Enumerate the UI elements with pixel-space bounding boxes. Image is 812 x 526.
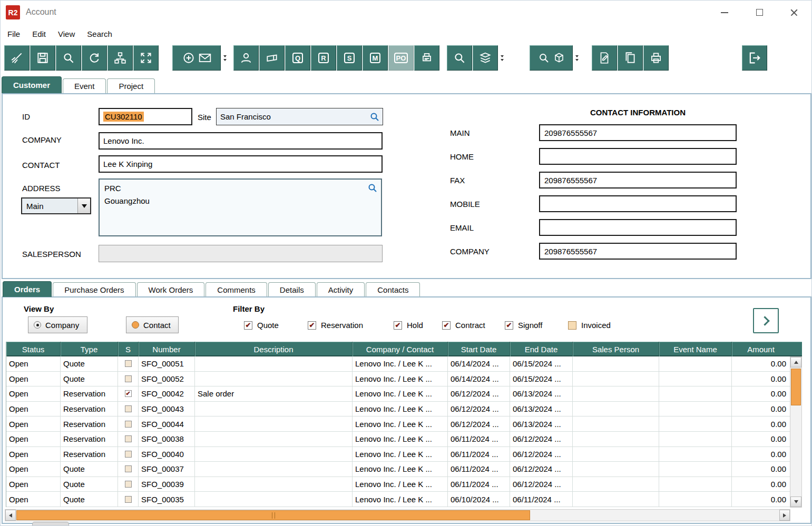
- hierarchy-button[interactable]: [107, 45, 133, 71]
- row-select-checkbox[interactable]: [125, 496, 132, 503]
- column-header-sales_person[interactable]: Sales Person: [573, 342, 659, 356]
- company-radio[interactable]: [34, 321, 41, 329]
- row-select-checkbox[interactable]: [125, 421, 132, 428]
- tab-purchase-orders[interactable]: Purchase Orders: [53, 282, 135, 297]
- site-search-icon[interactable]: [370, 112, 379, 122]
- row-select-checkbox[interactable]: ✔: [125, 390, 132, 397]
- find-order-button[interactable]: [447, 45, 472, 71]
- signoff-button[interactable]: S: [337, 45, 362, 71]
- row-select-checkbox[interactable]: [125, 375, 132, 382]
- dropdown-button[interactable]: [77, 199, 90, 213]
- filter-invoiced[interactable]: Invoiced: [568, 321, 611, 330]
- fax-button[interactable]: [414, 45, 439, 71]
- find-button[interactable]: [56, 45, 81, 71]
- menu-view[interactable]: View: [58, 29, 75, 38]
- copy-document-button[interactable]: [618, 45, 643, 71]
- row-select-checkbox[interactable]: [125, 465, 132, 472]
- hold-checkbox[interactable]: [394, 321, 402, 330]
- tab-work-orders[interactable]: Work Orders: [137, 282, 205, 297]
- row-select-checkbox[interactable]: [125, 435, 132, 442]
- filter-signoff[interactable]: Signoff: [505, 321, 542, 330]
- clean-button[interactable]: [4, 45, 30, 71]
- address-type-dropdown[interactable]: Main: [21, 197, 91, 214]
- table-row[interactable]: OpenQuoteSFO_00039Lenovo Inc. / Lee K ..…: [6, 477, 790, 492]
- tab-contacts[interactable]: Contacts: [366, 282, 420, 297]
- column-header-type[interactable]: Type: [61, 342, 118, 356]
- main-phone-field[interactable]: 209876555567: [539, 124, 737, 141]
- address-field[interactable]: PRC Gouangzhou: [99, 178, 382, 236]
- column-header-status[interactable]: Status: [6, 342, 61, 356]
- horizontal-scrollbar[interactable]: [5, 509, 790, 521]
- new-email-button[interactable]: [172, 45, 221, 71]
- column-header-description[interactable]: Description: [195, 342, 353, 356]
- home-phone-field[interactable]: [539, 148, 737, 165]
- memo-button[interactable]: M: [363, 45, 388, 71]
- row-select-checkbox[interactable]: [125, 405, 132, 412]
- tab-event[interactable]: Event: [63, 78, 106, 93]
- expand-button[interactable]: [133, 45, 159, 71]
- exit-button[interactable]: [742, 45, 767, 71]
- address-search-icon[interactable]: [368, 183, 377, 193]
- column-header-end_date[interactable]: End Date: [510, 342, 573, 356]
- next-page-button[interactable]: [753, 308, 779, 333]
- ticket-button[interactable]: [259, 45, 285, 71]
- tab-activity[interactable]: Activity: [317, 282, 365, 297]
- edit-document-button[interactable]: [592, 45, 617, 71]
- menu-file[interactable]: File: [7, 29, 20, 38]
- scroll-right-button[interactable]: [779, 510, 790, 521]
- reservation-button[interactable]: R: [311, 45, 336, 71]
- site-field[interactable]: San Francisco: [216, 108, 383, 125]
- print-button[interactable]: [643, 45, 669, 71]
- signoff-checkbox[interactable]: [505, 321, 513, 330]
- table-row[interactable]: OpenReservationSFO_00044Lenovo Inc. / Le…: [6, 416, 790, 432]
- column-header-number[interactable]: Number: [139, 342, 195, 356]
- table-row[interactable]: OpenQuoteSFO_00051Lenovo Inc. / Lee K ..…: [6, 356, 790, 372]
- table-row[interactable]: OpenQuoteSFO_00037Lenovo Inc. / Lee K ..…: [6, 462, 790, 477]
- contract-checkbox[interactable]: [442, 321, 451, 330]
- scroll-down-button[interactable]: [790, 497, 801, 507]
- customer-id-field[interactable]: CU302110: [99, 108, 192, 125]
- tab-project[interactable]: Project: [107, 78, 155, 93]
- table-row[interactable]: OpenQuoteSFO_00035Lenovo Inc. / Lee K ..…: [6, 492, 790, 507]
- close-button[interactable]: [777, 1, 811, 24]
- contact-radio[interactable]: [132, 321, 139, 329]
- invoiced-checkbox[interactable]: [568, 321, 576, 330]
- row-select-checkbox[interactable]: [125, 451, 132, 458]
- contact-button[interactable]: [233, 45, 259, 71]
- fax-field[interactable]: 209876555567: [539, 172, 737, 188]
- tab-customer[interactable]: Customer: [2, 76, 62, 93]
- tab-details[interactable]: Details: [268, 282, 316, 297]
- column-header-start_date[interactable]: Start Date: [448, 342, 510, 356]
- filter-hold[interactable]: Hold: [394, 321, 423, 330]
- view-by-contact-option[interactable]: Contact: [126, 316, 179, 333]
- company-phone-field[interactable]: 209876555567: [539, 243, 737, 260]
- save-button[interactable]: [30, 45, 55, 71]
- find-item-button[interactable]: [530, 45, 573, 71]
- email-dropdown-marker[interactable]: [222, 45, 228, 71]
- mobile-field[interactable]: [539, 195, 737, 212]
- scroll-left-button[interactable]: [5, 510, 16, 521]
- vertical-scroll-thumb[interactable]: [791, 369, 801, 405]
- tab-comments[interactable]: Comments: [206, 282, 267, 297]
- refresh-button[interactable]: [82, 45, 107, 71]
- column-header-company_contact[interactable]: Company / Contact: [353, 342, 448, 356]
- reservation-checkbox[interactable]: [308, 321, 316, 330]
- table-row[interactable]: OpenReservation✔SFO_00042Sale orderLenov…: [6, 386, 790, 402]
- filter-reservation[interactable]: Reservation: [308, 321, 363, 330]
- column-header-amount[interactable]: Amount: [732, 342, 790, 356]
- quote-checkbox[interactable]: [244, 321, 252, 330]
- item-dropdown-marker[interactable]: [574, 45, 580, 71]
- column-header-s[interactable]: S: [118, 342, 139, 356]
- row-select-checkbox[interactable]: [125, 360, 132, 367]
- scroll-up-button[interactable]: [790, 357, 801, 368]
- company-field[interactable]: Lenovo Inc.: [99, 132, 383, 150]
- filter-quote[interactable]: Quote: [244, 321, 279, 330]
- stack-dropdown-marker[interactable]: [499, 45, 505, 71]
- table-row[interactable]: OpenReservationSFO_00043Lenovo Inc. / Le…: [6, 402, 790, 417]
- tab-orders[interactable]: Orders: [3, 281, 52, 297]
- column-header-event_name[interactable]: Event Name: [659, 342, 732, 356]
- table-row[interactable]: OpenReservationSFO_00040Lenovo Inc. / Le…: [6, 447, 790, 462]
- table-vertical-scrollbar[interactable]: [790, 356, 802, 508]
- menu-search[interactable]: Search: [87, 29, 112, 38]
- contact-field[interactable]: Lee K Xinping: [99, 155, 383, 173]
